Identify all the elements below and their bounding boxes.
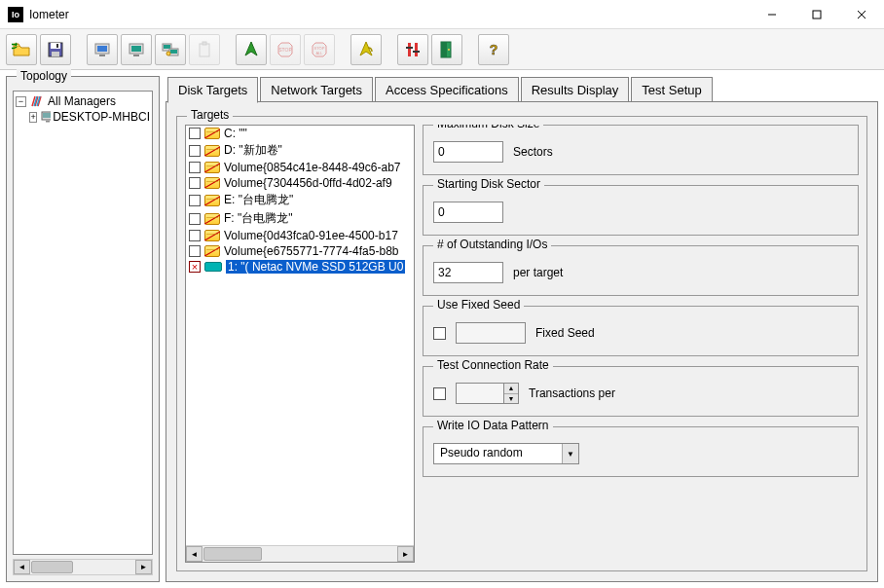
tab-results-display[interactable]: Results Display	[521, 77, 630, 103]
svg-rect-11	[99, 55, 105, 56]
target-label: Volume{0854c41e-8448-49c6-ab7	[224, 161, 400, 174]
target-checkbox[interactable]	[189, 128, 201, 139]
target-row[interactable]: E: "台电腾龙"	[186, 191, 414, 209]
target-row[interactable]: Volume{7304456d-0ffd-4d02-af9	[186, 175, 414, 191]
target-checkbox[interactable]	[189, 177, 201, 189]
scroll-thumb[interactable]	[203, 547, 262, 561]
right-pane: Disk Targets Network Targets Access Spec…	[166, 76, 878, 582]
scroll-thumb[interactable]	[31, 561, 73, 573]
target-label: Volume{e6755771-7774-4fa5-b8b	[224, 244, 398, 258]
target-checkbox[interactable]	[189, 195, 201, 206]
spin-up-icon[interactable]: ▲	[504, 384, 518, 394]
targets-list[interactable]: C: ""D: "新加卷"Volume{0854c41e-8448-49c6-a…	[185, 125, 415, 563]
managers-icon	[30, 94, 46, 108]
conn-rate-input[interactable]	[456, 383, 504, 404]
outstanding-ios-group: # of Outstanding I/Os per target	[423, 245, 859, 296]
collapse-icon[interactable]: −	[16, 96, 26, 107]
minimize-button[interactable]	[750, 0, 794, 28]
disk-icon	[204, 177, 220, 189]
topology-tree[interactable]: − All Managers + DESKTOP-MHBCI	[13, 91, 153, 555]
max-disk-size-group: Maximum Disk Size Sectors	[423, 125, 859, 175]
tab-network-targets[interactable]: Network Targets	[260, 77, 373, 103]
tree-root[interactable]: − All Managers	[16, 93, 150, 109]
target-row-selected[interactable]: 1: "( Netac NVMe SSD 512GB U0	[186, 259, 414, 275]
write-pattern-value: Pseudo random	[434, 444, 562, 463]
tab-disk-targets[interactable]: Disk Targets	[167, 77, 258, 103]
write-pattern-label: Write IO Data Pattern	[433, 419, 553, 432]
device-button-3[interactable]	[155, 34, 186, 65]
close-button[interactable]	[839, 0, 884, 28]
target-row[interactable]: Volume{0854c41e-8448-49c6-ab7	[186, 160, 414, 175]
target-row[interactable]: Volume{e6755771-7774-4fa5-b8b	[186, 243, 414, 259]
svg-rect-18	[170, 50, 177, 54]
scroll-left-icon[interactable]: ◄	[14, 560, 30, 574]
svg-rect-10	[97, 46, 107, 52]
target-row[interactable]: C: ""	[186, 126, 414, 141]
start-button[interactable]	[236, 34, 267, 65]
scroll-right-icon[interactable]: ►	[135, 560, 152, 574]
scroll-track[interactable]	[30, 560, 135, 574]
targets-hscroll[interactable]: ◄ ►	[186, 545, 414, 562]
outstanding-ios-unit: per target	[513, 266, 563, 279]
config-button[interactable]	[397, 34, 428, 65]
fixed-seed-input[interactable]	[456, 322, 526, 344]
stop-all-button[interactable]: STOPALL	[304, 34, 335, 65]
topology-label: Topology	[17, 69, 71, 83]
svg-rect-39	[46, 121, 50, 123]
help-button[interactable]: ?	[478, 34, 509, 65]
target-row[interactable]: D: "新加卷"	[186, 141, 414, 160]
target-row[interactable]: Volume{0d43fca0-91ee-4500-b17	[186, 228, 414, 243]
target-checkbox[interactable]	[189, 245, 201, 257]
svg-point-19	[166, 52, 170, 55]
fixed-seed-checkbox[interactable]	[433, 327, 446, 340]
clipboard-button[interactable]	[189, 34, 220, 65]
target-checkbox[interactable]	[189, 162, 201, 173]
target-label: F: "台电腾龙"	[224, 210, 293, 227]
scroll-track[interactable]	[203, 546, 397, 562]
tree-node[interactable]: + DESKTOP-MHBCI	[16, 109, 150, 125]
target-checkbox[interactable]	[189, 145, 201, 157]
disk-icon	[204, 145, 220, 157]
chevron-down-icon[interactable]: ▼	[562, 444, 578, 463]
stop-button[interactable]: STOP	[270, 34, 301, 65]
svg-rect-20	[200, 44, 209, 56]
main: Topology − All Managers + DESKTOP-MHBCI …	[0, 70, 884, 588]
exit-button[interactable]	[431, 34, 462, 65]
tab-test-setup[interactable]: Test Setup	[631, 77, 712, 103]
topology-hscroll[interactable]: ◄ ►	[13, 559, 153, 575]
write-pattern-group: Write IO Data Pattern Pseudo random ▼	[423, 426, 859, 477]
save-button[interactable]	[40, 34, 71, 65]
open-button[interactable]	[6, 34, 37, 65]
computer-icon	[41, 111, 51, 123]
tab-strip: Disk Targets Network Targets Access Spec…	[166, 76, 878, 102]
scroll-left-icon[interactable]: ◄	[186, 546, 203, 562]
device-button-2[interactable]	[121, 34, 152, 65]
svg-rect-13	[131, 46, 141, 52]
scroll-right-icon[interactable]: ►	[397, 546, 414, 562]
spin-down-icon[interactable]: ▼	[504, 394, 518, 404]
target-checkbox[interactable]	[189, 230, 201, 241]
conn-rate-spinner[interactable]: ▲ ▼	[456, 383, 519, 404]
tab-access-specs[interactable]: Access Specifications	[375, 77, 519, 103]
target-checkbox[interactable]	[189, 261, 201, 273]
conn-rate-group: Test Connection Rate ▲ ▼ Transactions pe…	[423, 366, 859, 417]
fixed-seed-group: Use Fixed Seed Fixed Seed	[423, 306, 859, 356]
svg-rect-30	[415, 43, 418, 56]
starting-sector-input[interactable]	[433, 202, 503, 223]
target-row[interactable]: F: "台电腾龙"	[186, 209, 414, 228]
svg-text:STOP: STOP	[278, 47, 292, 53]
reset-button[interactable]	[350, 34, 382, 65]
targets-group-label: Targets	[187, 108, 233, 122]
conn-rate-field-label: Transactions per	[529, 386, 615, 400]
device-button-1[interactable]	[87, 34, 118, 65]
target-label: D: "新加卷"	[224, 142, 282, 159]
maximize-button[interactable]	[794, 0, 839, 28]
svg-rect-32	[413, 51, 420, 53]
outstanding-ios-input[interactable]	[433, 262, 503, 283]
conn-rate-checkbox[interactable]	[433, 387, 446, 400]
max-disk-size-input[interactable]	[433, 141, 503, 163]
expand-icon[interactable]: +	[29, 112, 37, 123]
disk-icon	[204, 245, 220, 257]
target-checkbox[interactable]	[189, 213, 201, 225]
write-pattern-select[interactable]: Pseudo random ▼	[433, 443, 579, 464]
